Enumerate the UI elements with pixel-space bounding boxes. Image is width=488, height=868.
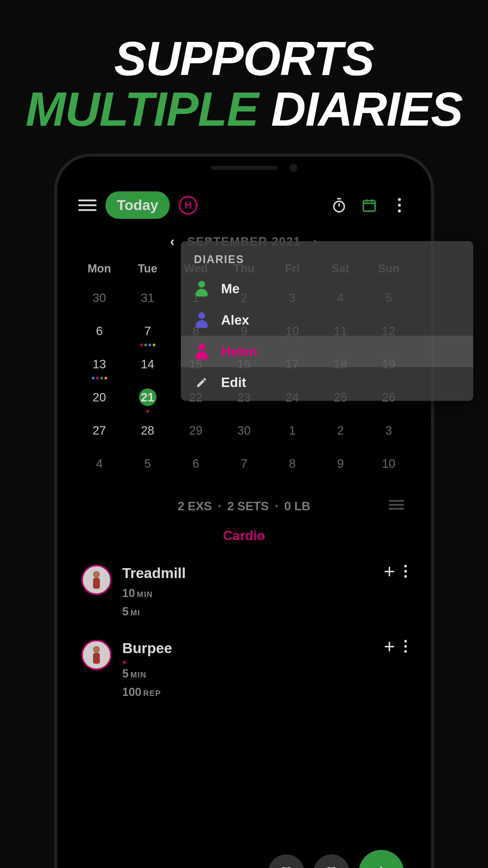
person-icon	[195, 344, 208, 359]
calendar-day[interactable]: 6	[172, 448, 220, 481]
headline-accent: MULTIPLE	[26, 82, 258, 136]
exercise-overflow-icon[interactable]	[404, 640, 407, 653]
diary-item[interactable]: Helen	[181, 336, 473, 367]
app-bar: Today H	[66, 179, 422, 225]
phone-notch	[211, 166, 277, 170]
menu-icon[interactable]	[79, 196, 96, 214]
pencil-icon	[194, 376, 209, 389]
diary-item-label: Me	[221, 281, 240, 296]
svg-rect-1	[363, 200, 375, 211]
plus-icon: +	[374, 859, 388, 868]
diary-edit-item[interactable]: Edit	[181, 367, 473, 398]
app-screen: Today H ‹ SEPTEMBER 2021 ›	[66, 179, 422, 868]
svg-point-2	[93, 571, 100, 578]
timer-icon[interactable]	[329, 195, 349, 216]
exercise-metric-1: 5MIN	[122, 667, 373, 680]
exercise-title: Burpee	[122, 640, 373, 656]
person-icon	[195, 281, 208, 297]
popup-title: DIARIES	[181, 250, 473, 273]
reorder-icon[interactable]	[389, 498, 404, 512]
add-set-button[interactable]: +	[384, 642, 395, 651]
diary-item[interactable]: Me	[181, 273, 473, 304]
calendar-day[interactable]: 4	[75, 448, 124, 481]
exercise-metric-2: 100REP	[122, 686, 373, 699]
calendar-day[interactable]: 8	[268, 448, 316, 481]
svg-rect-3	[93, 578, 100, 589]
calendar-day[interactable]: 20	[75, 382, 124, 415]
calendar-day[interactable]: 1	[268, 415, 316, 448]
today-button[interactable]: Today	[105, 191, 170, 219]
svg-rect-5	[93, 653, 100, 664]
calendar-day[interactable]: 5	[124, 448, 172, 481]
exercise-row[interactable]: Treadmill 10MIN 5MI +	[66, 558, 422, 633]
diary-item-label: Helen	[221, 344, 257, 359]
prev-month-button[interactable]: ‹	[170, 234, 175, 249]
diary-item-label: Alex	[221, 313, 249, 328]
calendar-day[interactable]: 31	[124, 282, 172, 315]
exercise-metric-1: 10MIN	[122, 587, 373, 600]
phone-camera	[289, 164, 297, 172]
person-icon	[195, 312, 208, 328]
summary-sets: 2 SETS	[227, 499, 269, 513]
category-label: Cardio	[66, 519, 422, 558]
calendar-day[interactable]: 7	[124, 315, 172, 349]
fab-row: +	[268, 850, 404, 868]
summary-weight: 0 LB	[284, 499, 310, 513]
calendar-day[interactable]: 2	[316, 415, 365, 448]
fab-calendar-add[interactable]	[268, 855, 304, 868]
diary-item-label: Edit	[221, 375, 246, 390]
svg-point-0	[334, 201, 344, 212]
calendar-day[interactable]: 30	[75, 282, 124, 315]
phone-frame: Today H ‹ SEPTEMBER 2021 ›	[54, 154, 434, 868]
diary-badge[interactable]: H	[179, 196, 197, 215]
svg-point-4	[93, 646, 100, 653]
calendar-day[interactable]: 7	[220, 448, 268, 481]
weekday-label: Tue	[124, 255, 172, 282]
workout-summary: 2 EXS · 2 SETS · 0 LB	[66, 481, 422, 519]
diary-item[interactable]: Alex	[181, 304, 473, 336]
calendar-day[interactable]: 21	[124, 382, 172, 415]
headline-line1: SUPPORTS	[0, 33, 488, 84]
exercise-avatar	[81, 565, 112, 595]
calendar-day[interactable]: 6	[75, 315, 124, 349]
overflow-menu-icon[interactable]	[389, 195, 410, 216]
add-set-button[interactable]: +	[384, 567, 395, 576]
exercise-title: Treadmill	[122, 565, 373, 581]
calendar-day[interactable]: 10	[365, 448, 413, 481]
exercise-row[interactable]: Burpee 5MIN 100REP +	[66, 633, 422, 714]
weekday-label: Mon	[75, 255, 124, 282]
fab-calendar-list[interactable]	[313, 855, 349, 868]
headline-rest: DIARIES	[258, 82, 462, 136]
marketing-headline: SUPPORTS MULTIPLE DIARIES	[0, 0, 488, 134]
indicator-dot	[123, 661, 126, 664]
calendar-day[interactable]: 29	[172, 415, 220, 448]
diaries-popup: DIARIES MeAlexHelenEdit	[181, 241, 473, 401]
calendar-icon[interactable]	[359, 195, 380, 216]
calendar-day[interactable]: 13	[75, 349, 124, 382]
exercise-overflow-icon[interactable]	[404, 565, 407, 578]
calendar-day[interactable]: 28	[124, 415, 172, 448]
exercise-avatar	[81, 640, 112, 670]
calendar-day[interactable]: 30	[220, 415, 268, 448]
exercise-metric-2: 5MI	[122, 605, 373, 618]
calendar-day[interactable]: 27	[75, 415, 124, 448]
summary-exs: 2 EXS	[178, 499, 212, 513]
calendar-day[interactable]: 9	[316, 448, 365, 481]
calendar-day[interactable]: 14	[124, 349, 172, 382]
fab-add[interactable]: +	[359, 850, 404, 868]
calendar-day[interactable]: 3	[365, 415, 413, 448]
